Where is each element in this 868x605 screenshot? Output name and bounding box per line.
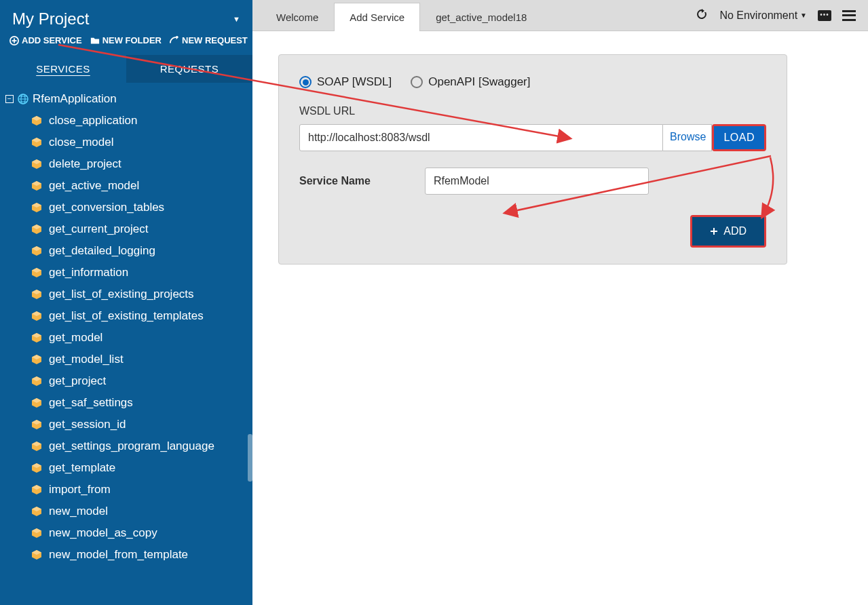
tree-item-label: new_model_from_template [49,548,188,562]
operation-icon [31,376,42,387]
tree-item[interactable]: get_settings_program_language [27,435,252,457]
operation-icon [31,289,42,300]
tree-item[interactable]: get_current_project [27,218,252,240]
main-area: Welcome Add Service get_active_model18 N… [252,0,868,605]
plus-circle-icon [10,36,19,45]
tab-services[interactable]: SERVICES [0,55,126,83]
tree-item-label: new_model_as_copy [49,526,157,540]
tree-item[interactable]: new_model_as_copy [27,522,252,544]
protocol-radio-group: SOAP [WSDL] OpenAPI [Swagger] [299,75,766,89]
tree-item-label: get_active_model [49,179,139,193]
tree-item-label: get_information [49,266,128,279]
tree-item-label: get_saf_settings [49,396,133,410]
add-service-panel: SOAP [WSDL] OpenAPI [Swagger] WSDL URL B… [278,54,787,265]
refresh-button[interactable] [695,7,709,24]
menu-icon[interactable] [842,10,856,21]
tree-item[interactable]: close_application [27,110,252,132]
tree-root-label: RfemApplication [33,92,117,106]
tree-item[interactable]: get_conversion_tables [27,197,252,218]
tree-item[interactable]: get_session_id [27,414,252,435]
chevron-down-icon: ▼ [800,12,807,19]
browse-link[interactable]: Browse [663,124,712,151]
operation-icon [31,180,42,191]
service-tree: − RfemApplication close_applicationclose… [0,83,252,605]
tree-item[interactable]: get_list_of_existing_projects [27,284,252,305]
radio-openapi[interactable]: OpenAPI [Swagger] [411,75,530,89]
new-request-button[interactable]: NEW REQUEST [170,35,248,45]
tree-item[interactable]: new_model_from_template [27,544,252,566]
collapse-icon[interactable]: − [5,95,14,103]
tree-item[interactable]: get_active_model [27,175,252,197]
add-service-button[interactable]: ADD SERVICE [10,35,82,45]
tab-welcome[interactable]: Welcome [261,3,334,31]
project-title: My Project [12,9,89,28]
load-button[interactable]: LOAD [714,126,764,149]
tree-item[interactable]: get_model_list [27,349,252,370]
tree-item[interactable]: get_information [27,262,252,284]
operation-icon [31,202,42,213]
operation-icon [31,137,42,148]
tree-item[interactable]: get_list_of_existing_templates [27,305,252,327]
refresh-icon [695,7,709,21]
operation-icon [31,506,42,517]
sidebar-tabs: SERVICES REQUESTS [0,55,252,83]
tree-item-label: get_model [49,331,102,345]
tree-item[interactable]: get_template [27,457,252,479]
folder-plus-icon [90,36,100,45]
scrollbar-thumb[interactable] [248,434,252,482]
wsdl-url-row: Browse LOAD [299,124,766,151]
tree-item-label: get_project [49,374,106,388]
tree-item-label: get_current_project [49,222,148,236]
plus-icon [710,227,718,235]
tree-root[interactable]: − RfemApplication [0,88,252,110]
radio-checked-icon [299,76,312,88]
operation-icon [31,311,42,321]
tree-item[interactable]: import_from [27,479,252,501]
tree-item[interactable]: new_model [27,501,252,522]
operation-icon [31,397,42,408]
add-button-label: ADD [723,225,747,237]
service-name-row: Service Name [299,168,766,195]
new-folder-button[interactable]: NEW FOLDER [90,35,162,45]
tree-item[interactable]: get_saf_settings [27,392,252,414]
operation-icon [31,115,42,126]
tab-add-service[interactable]: Add Service [334,3,420,31]
tree-item[interactable]: get_project [27,370,252,392]
topbar-tabs: Welcome Add Service get_active_model18 [261,0,542,31]
request-icon [170,36,179,45]
wsdl-url-input[interactable] [299,124,663,151]
operation-icon [31,528,42,539]
operation-icon [31,354,42,365]
tree-item-label: get_detailed_logging [49,244,155,258]
radio-soap[interactable]: SOAP [WSDL] [299,75,392,89]
project-header[interactable]: My Project ▼ [0,0,252,35]
operation-icon [31,332,42,343]
add-button[interactable]: ADD [692,217,764,246]
operation-icon [31,484,42,495]
tree-item-label: get_settings_program_language [49,440,214,453]
operation-icon [31,419,42,430]
service-name-input[interactable] [425,168,649,195]
tree-item[interactable]: close_model [27,132,252,153]
tree-item[interactable]: get_model [27,327,252,349]
add-service-label: ADD SERVICE [22,35,82,45]
add-row: ADD [299,215,766,248]
tree-item-label: get_model_list [49,353,124,366]
chevron-down-icon[interactable]: ▼ [233,15,240,23]
tree-item-label: get_session_id [49,418,126,431]
tree-item-label: new_model [49,505,108,518]
tree-item[interactable]: delete_project [27,153,252,175]
tree-item-label: get_list_of_existing_projects [49,288,194,301]
wsdl-url-label: WSDL URL [299,105,766,117]
radio-soap-label: SOAP [WSDL] [317,75,392,89]
globe-icon [18,94,29,104]
tab-get-active-model[interactable]: get_active_model18 [420,3,542,31]
operation-icon [31,441,42,452]
tree-item-label: close_model [49,136,113,149]
operation-icon [31,463,42,473]
tree-item[interactable]: get_detailed_logging [27,240,252,262]
environment-dropdown[interactable]: No Environment ▼ [719,9,807,22]
tab-requests[interactable]: REQUESTS [126,55,252,83]
operation-icon [31,549,42,560]
feedback-icon[interactable]: ••• [818,10,831,21]
